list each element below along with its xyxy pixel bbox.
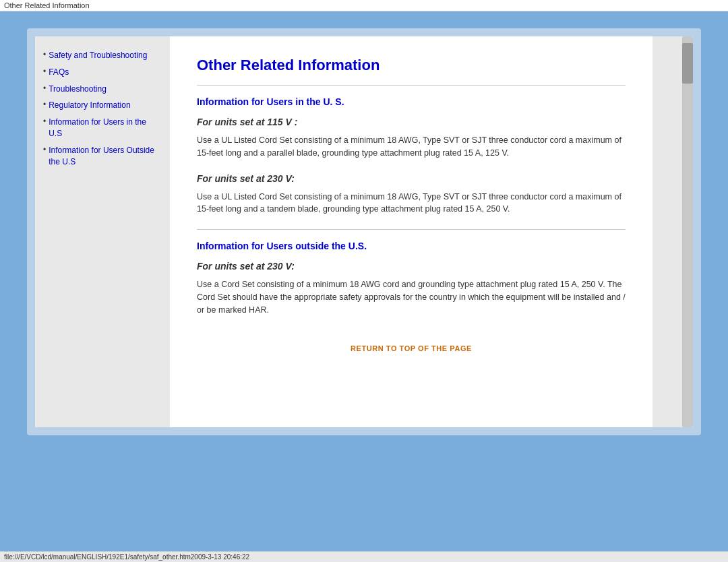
sidebar-link-regulatory[interactable]: Regulatory Information	[49, 100, 130, 111]
scrollbar-track[interactable]	[682, 36, 693, 427]
sidebar-link-info-us[interactable]: Information for Users in the U.S	[49, 117, 162, 139]
sidebar-link-faqs[interactable]: FAQs	[49, 67, 69, 78]
section1-sub2-body: Use a UL Listed Cord Set consisting of a…	[197, 191, 626, 216]
status-bar-text: file:///E/VCD/lcd/manual/ENGLISH/192E1/s…	[4, 553, 249, 561]
status-bar: file:///E/VCD/lcd/manual/ENGLISH/192E1/s…	[0, 551, 728, 562]
sidebar-item-faqs: FAQs	[43, 67, 162, 78]
sidebar: Safety and Troubleshooting FAQs Troubles…	[35, 36, 170, 427]
return-link-container: RETURN TO TOP OF THE PAGE	[197, 343, 626, 353]
title-bar: Other Related Information	[0, 0, 728, 11]
sidebar-item-troubleshooting: Troubleshooting	[43, 84, 162, 95]
return-to-top-link[interactable]: RETURN TO TOP OF THE PAGE	[351, 344, 472, 352]
sidebar-item-info-us: Information for Users in the U.S	[43, 117, 162, 139]
sidebar-link-troubleshooting[interactable]: Troubleshooting	[49, 84, 107, 95]
sidebar-item-info-outside: Information for Users Outside the U.S	[43, 145, 162, 168]
main-content: Other Related Information Information fo…	[170, 36, 653, 427]
right-panel	[653, 36, 693, 427]
section2-title: Information for Users outside the U.S.	[197, 241, 626, 251]
sidebar-item-regulatory: Regulatory Information	[43, 100, 162, 111]
sidebar-link-info-outside[interactable]: Information for Users Outside the U.S	[49, 145, 162, 168]
page-title: Other Related Information	[197, 57, 626, 74]
section1-title: Information for Users in the U. S.	[197, 96, 626, 107]
scrollbar-thumb[interactable]	[682, 43, 693, 84]
section1-sub1-heading: For units set at 115 V :	[197, 117, 626, 127]
divider-top	[197, 85, 626, 86]
outer-frame: Safety and Troubleshooting FAQs Troubles…	[27, 28, 701, 435]
section2-sub1-heading: For units set at 230 V:	[197, 261, 626, 272]
sidebar-item-safety: Safety and Troubleshooting	[43, 50, 162, 61]
sidebar-nav: Safety and Troubleshooting FAQs Troubles…	[43, 50, 162, 167]
sidebar-link-safety[interactable]: Safety and Troubleshooting	[49, 50, 147, 61]
title-bar-text: Other Related Information	[4, 1, 90, 9]
section2-sub1-body: Use a Cord Set consisting of a minimum 1…	[197, 278, 626, 316]
section1-sub2-heading: For units set at 230 V:	[197, 173, 626, 184]
section1-sub1-body: Use a UL Listed Cord Set consisting of a…	[197, 134, 626, 160]
divider-middle	[197, 229, 626, 230]
